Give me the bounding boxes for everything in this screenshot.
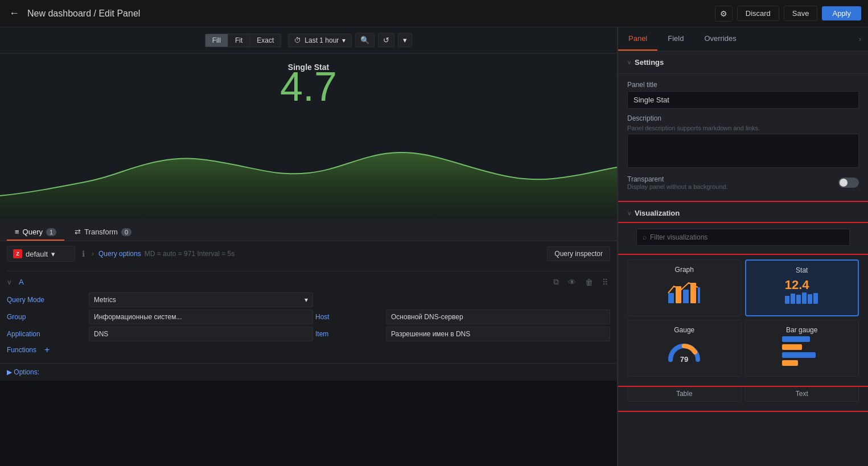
- text-option[interactable]: Text: [745, 386, 859, 402]
- chevron-down-icon: ▾: [342, 36, 345, 44]
- right-panel-tabs: Panel Field Overrides ›: [618, 27, 868, 51]
- left-panel: Fill Fit Exact ⏱ Last 1 hour ▾ 🔍 ↺ ▾ Sin…: [0, 27, 618, 466]
- time-range-label: Last 1 hour: [305, 36, 339, 44]
- datasource-row: Z default ▾ ℹ › Query options MD = auto …: [7, 246, 610, 262]
- tab-transform[interactable]: ⇄ Transform 0: [67, 224, 139, 241]
- host-input[interactable]: Основной DNS-сервер: [386, 310, 610, 324]
- svg-text:79: 79: [680, 355, 688, 364]
- query-tab-icon: ≡: [15, 228, 19, 236]
- svg-rect-4: [698, 287, 700, 303]
- more-button[interactable]: ▾: [398, 33, 412, 47]
- functions-label[interactable]: Functions: [7, 346, 36, 354]
- drag-handle[interactable]: ⠿: [600, 276, 610, 288]
- time-range-button[interactable]: ⏱ Last 1 hour ▾: [288, 34, 352, 47]
- exact-button[interactable]: Exact: [250, 34, 281, 47]
- viz-toolbar: Fill Fit Exact ⏱ Last 1 hour ▾ 🔍 ↺ ▾: [0, 27, 617, 53]
- functions-row: Functions +: [7, 344, 610, 356]
- viz-filter-input[interactable]: [650, 233, 844, 241]
- svg-rect-9: [808, 294, 812, 304]
- tab-field[interactable]: Field: [657, 27, 694, 51]
- viz-card-bargauge[interactable]: Bar gauge: [745, 320, 859, 377]
- transparent-label: Transparent: [627, 175, 728, 183]
- viz-card-gauge[interactable]: Gauge 79: [627, 320, 742, 377]
- description-input[interactable]: [627, 134, 859, 168]
- settings-chevron-icon: ∨: [627, 59, 631, 65]
- svg-rect-5: [785, 296, 789, 304]
- query-inspector-button[interactable]: Query inspector: [547, 246, 610, 261]
- viz-card-graph-label: Graph: [675, 266, 694, 274]
- topbar-left: ← New dashboard / Edit Panel: [7, 5, 140, 22]
- expand-panel-button[interactable]: ›: [852, 28, 868, 50]
- svg-rect-10: [813, 293, 818, 304]
- fill-button[interactable]: Fill: [205, 34, 228, 47]
- options-row[interactable]: ▶ Options:: [0, 363, 617, 381]
- datasource-select[interactable]: Z default ▾: [7, 246, 75, 262]
- bargauge-bars: [782, 336, 822, 366]
- fit-button[interactable]: Fit: [228, 34, 250, 47]
- query-mode-chevron-icon: ▾: [305, 296, 308, 304]
- transparent-toggle[interactable]: [838, 178, 859, 188]
- viz-card-stat[interactable]: Stat 12.4: [745, 259, 859, 316]
- add-function-button[interactable]: +: [41, 344, 53, 356]
- field-grid: Query Mode Metrics ▾ Group Информационны…: [7, 292, 610, 341]
- query-mode-value: Metrics: [94, 296, 116, 304]
- query-label-row: ∨ A ⧉ 👁 🗑 ⠿: [7, 271, 610, 292]
- tab-panel[interactable]: Panel: [618, 27, 657, 51]
- refresh-button[interactable]: ↺: [378, 33, 394, 47]
- discard-button[interactable]: Discard: [737, 6, 779, 21]
- settings-content: Panel title Description Panel descriptio…: [618, 74, 868, 202]
- description-label: Description: [627, 114, 859, 122]
- group-input[interactable]: Информационные систем...: [89, 310, 313, 324]
- view-mode-group: Fill Fit Exact: [205, 34, 282, 47]
- zoom-out-button[interactable]: 🔍: [355, 33, 375, 47]
- visualization-section-header[interactable]: ∨ Visualization: [618, 202, 868, 222]
- svg-rect-6: [791, 294, 795, 304]
- bargauge-viz-icon: [782, 336, 822, 366]
- item-label[interactable]: Item: [315, 330, 384, 338]
- right-panel-content: ∨ Settings Panel title Description Panel…: [618, 51, 868, 466]
- stat-minibar: [785, 292, 819, 304]
- stat-value-display: 4.7: [280, 66, 337, 107]
- query-name-label: A: [19, 278, 24, 286]
- collapse-icon[interactable]: ∨: [7, 278, 12, 286]
- viz-card-bargauge-label: Bar gauge: [786, 326, 817, 334]
- back-button[interactable]: ←: [7, 5, 22, 22]
- topbar-right: ⚙ Discard Save Apply: [715, 6, 861, 22]
- tab-overrides[interactable]: Overrides: [694, 27, 746, 51]
- tab-query[interactable]: ≡ Query 1: [7, 224, 64, 241]
- page-title: New dashboard / Edit Panel: [27, 9, 140, 19]
- query-fields: ∨ A ⧉ 👁 🗑 ⠿ Query Mode Metrics: [0, 271, 617, 363]
- query-options-link[interactable]: Query options: [98, 250, 141, 258]
- copy-query-button[interactable]: ⧉: [551, 276, 561, 288]
- sparkline: [0, 127, 617, 218]
- transform-tab-icon: ⇄: [75, 228, 81, 236]
- query-mode-label[interactable]: Query Mode: [7, 296, 87, 304]
- application-label[interactable]: Application: [7, 330, 87, 338]
- visualization-section: ∨ Visualization ⌕ Graph: [618, 202, 868, 411]
- transparent-sublabel: Display panel without a background.: [627, 183, 728, 190]
- filter-icon: ⌕: [643, 233, 647, 241]
- transform-tab-label: Transform: [84, 228, 118, 236]
- viz-filter-container: ⌕: [618, 222, 868, 255]
- viz-card-graph[interactable]: Graph: [627, 259, 742, 316]
- delete-query-button[interactable]: 🗑: [583, 276, 595, 288]
- application-input[interactable]: DNS: [89, 327, 313, 341]
- visualization-chevron-icon: ∨: [627, 210, 631, 216]
- settings-section-header[interactable]: ∨ Settings: [618, 51, 868, 74]
- group-label[interactable]: Group: [7, 313, 87, 321]
- panel-title-input[interactable]: [627, 91, 859, 109]
- settings-button[interactable]: ⚙: [715, 6, 733, 22]
- apply-button[interactable]: Apply: [822, 6, 861, 20]
- save-button[interactable]: Save: [784, 6, 818, 21]
- svg-rect-2: [683, 290, 689, 303]
- toggle-visibility-button[interactable]: 👁: [566, 276, 578, 288]
- host-label[interactable]: Host: [315, 313, 384, 321]
- info-button[interactable]: ℹ: [80, 247, 87, 261]
- panel-title-label: Panel title: [627, 81, 859, 89]
- svg-rect-0: [668, 293, 674, 303]
- query-mode-select[interactable]: Metrics ▾: [89, 292, 313, 307]
- item-input[interactable]: Разрешение имен в DNS: [386, 327, 610, 341]
- table-option[interactable]: Table: [627, 386, 742, 402]
- viz-filter-wrapper: ⌕: [636, 229, 850, 246]
- svg-rect-7: [796, 295, 801, 304]
